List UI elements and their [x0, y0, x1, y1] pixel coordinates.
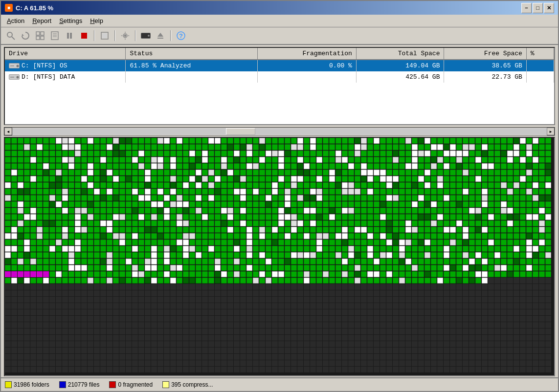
main-window: ■ C: A 61.85 % − □ ✕ Action Report Setti…	[0, 0, 559, 392]
drives-tbody: C: [NTFS] OS61.85 % Analyzed0.00 %149.04…	[5, 60, 554, 83]
svg-text:?: ?	[179, 32, 183, 40]
fragmented-color-box	[109, 381, 116, 388]
svg-point-26	[17, 65, 19, 67]
compressed-label: 395 compress...	[171, 381, 213, 388]
drive-list: Drive Status Fragmentation Total Space F…	[4, 47, 555, 125]
restore-button[interactable]: □	[533, 3, 543, 13]
cell-status-1	[126, 71, 257, 83]
viz-canvas	[5, 138, 554, 375]
defrag-button[interactable]	[19, 29, 32, 42]
status-compressed: 395 compress...	[162, 381, 213, 388]
toolbar-sep-4	[170, 30, 171, 41]
fragmentation-map	[4, 137, 555, 376]
toolbar-sep-2	[114, 30, 115, 41]
svg-rect-4	[41, 32, 44, 35]
close-button[interactable]: ✕	[544, 3, 554, 13]
col-total-space: Total Space	[356, 48, 444, 60]
cell-fragmentation-0: 0.00 %	[257, 60, 356, 71]
report-button[interactable]	[48, 29, 62, 42]
cell-status-0: 61.85 % Analyzed	[126, 60, 257, 71]
col-fragmentation: Fragmentation	[257, 48, 356, 60]
svg-rect-7	[51, 32, 58, 40]
analyze-button[interactable]	[4, 29, 18, 42]
cell-drive-1: D: [NTFS] DATA	[5, 71, 126, 83]
scroll-thumb[interactable]	[226, 128, 255, 135]
svg-rect-31	[10, 77, 14, 78]
svg-rect-5	[36, 36, 40, 40]
eject-button[interactable]	[154, 29, 167, 42]
stop-button[interactable]	[77, 29, 91, 42]
drives-table: Drive Status Fragmentation Total Space F…	[5, 48, 554, 83]
menu-settings[interactable]: Settings	[56, 16, 85, 25]
status-bar: 31986 folders 210779 files 0 fragmented …	[1, 377, 558, 391]
toolbar: ?	[1, 27, 558, 45]
scroll-track[interactable]	[12, 128, 547, 135]
title-bar-buttons: − □ ✕	[521, 3, 554, 13]
minimize-button[interactable]: −	[521, 3, 532, 13]
cell-pct-0	[526, 60, 554, 71]
menu-report[interactable]: Report	[29, 16, 54, 25]
compressed-color-box	[162, 381, 169, 388]
files-label: 210779 files	[68, 381, 100, 388]
folders-label: 31986 folders	[14, 381, 49, 388]
svg-rect-3	[36, 32, 40, 35]
svg-line-1	[12, 37, 15, 40]
title-bar-left: ■ C: A 61.85 %	[5, 4, 53, 12]
table-row[interactable]: D: [NTFS] DATA425.64 GB22.73 GB	[5, 71, 554, 83]
cell-total-space-1: 425.64 GB	[356, 71, 444, 83]
files-color-box	[59, 381, 66, 388]
cell-total-space-0: 149.04 GB	[356, 60, 444, 71]
col-drive: Drive	[5, 48, 126, 60]
horizontal-scrollbar: ◄ ►	[4, 127, 555, 136]
cell-fragmentation-1	[257, 71, 356, 83]
menu-action[interactable]: Action	[4, 16, 27, 25]
help-button[interactable]: ?	[174, 29, 188, 42]
pause-button[interactable]	[63, 29, 76, 42]
svg-rect-11	[67, 33, 69, 39]
toolbar-sep-1	[94, 30, 95, 41]
scroll-right-button[interactable]: ►	[547, 128, 555, 135]
svg-rect-27	[10, 65, 14, 66]
table-header-row: Drive Status Fragmentation Total Space F…	[5, 48, 554, 60]
svg-point-16	[124, 35, 127, 37]
toolbar-sep-3	[135, 30, 136, 41]
menu-bar: Action Report Settings Help	[1, 15, 558, 27]
app-icon: ■	[5, 4, 13, 12]
svg-rect-21	[157, 38, 163, 39]
fragmented-label: 0 fragmented	[118, 381, 153, 388]
cell-free-space-0: 38.65 GB	[444, 60, 526, 71]
scroll-left-button[interactable]: ◄	[4, 128, 12, 135]
svg-rect-15	[102, 33, 107, 38]
cluster-map-button[interactable]	[33, 29, 47, 42]
col-pct: %	[526, 48, 554, 60]
cell-free-space-1: 22.73 GB	[444, 71, 526, 83]
status-files: 210779 files	[59, 381, 100, 388]
status-fragmented: 0 fragmented	[109, 381, 153, 388]
cell-drive-0: C: [NTFS] OS	[5, 60, 126, 71]
svg-rect-6	[41, 36, 44, 40]
col-status: Status	[126, 48, 257, 60]
status-folders: 31986 folders	[5, 381, 49, 388]
svg-point-30	[17, 76, 19, 78]
cell-pct-1	[526, 71, 554, 83]
window-title: C: A 61.85 %	[16, 4, 53, 12]
drive-icon-button[interactable]	[139, 29, 153, 42]
title-bar: ■ C: A 61.85 % − □ ✕	[1, 1, 558, 15]
folders-color-box	[5, 381, 12, 388]
svg-point-0	[7, 32, 12, 37]
menu-help[interactable]: Help	[87, 16, 106, 25]
settings-button[interactable]	[118, 29, 132, 42]
svg-marker-2	[22, 34, 24, 36]
col-free-space: Free Space	[444, 48, 526, 60]
svg-rect-12	[70, 33, 72, 39]
table-row[interactable]: C: [NTFS] OS61.85 % Analyzed0.00 %149.04…	[5, 60, 554, 71]
view-button[interactable]	[98, 29, 112, 42]
svg-rect-13	[81, 33, 87, 39]
svg-marker-20	[157, 33, 163, 37]
svg-point-19	[148, 35, 150, 37]
